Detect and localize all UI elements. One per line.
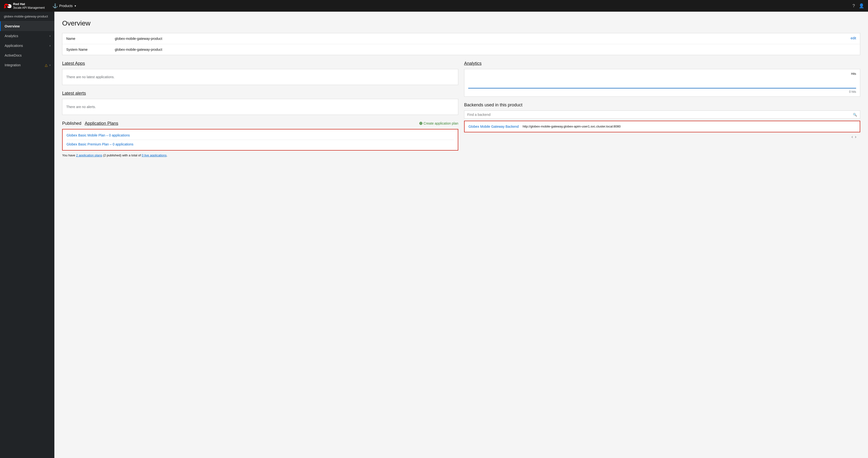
application-plans-link[interactable]: Application Plans — [85, 121, 118, 126]
products-button[interactable]: ⚓ Products ▼ — [51, 2, 79, 9]
plus-icon: ⊕ — [419, 121, 423, 126]
sidebar-item-activedocs[interactable]: ActiveDocs — [0, 51, 54, 60]
products-icon: ⚓ — [53, 3, 58, 8]
topnav-right: ? 👤 — [852, 3, 864, 8]
latest-alerts-title[interactable]: Latest alerts — [62, 91, 458, 96]
sidebar-item-applications[interactable]: Applications › — [0, 41, 54, 51]
sidebar-item-integration[interactable]: Integration △ › — [0, 60, 54, 70]
latest-apps-section: Latest Apps There are no latest applicat… — [62, 61, 458, 85]
top-navigation: Red Hat 3scale API Management ⚓ Products… — [0, 0, 868, 12]
search-button[interactable]: 🔍 — [850, 111, 860, 119]
edit-link[interactable]: edit — [850, 36, 856, 40]
plans-list: Globex Basic Mobile Plan – 0 application… — [62, 129, 458, 151]
info-row-name: Name globex-mobile-gateway-product — [62, 33, 860, 44]
redhat-logo-icon — [4, 2, 12, 10]
backends-list: Globex Mobile Gateway Backend http://glo… — [464, 121, 860, 132]
plans-header: Published Application Plans ⊕ Create app… — [62, 121, 458, 126]
main-content: Overview edit Name globex-mobile-gateway… — [54, 12, 868, 458]
content-grid: Latest Apps There are no latest applicat… — [62, 61, 860, 157]
sidebar-product-name: globex-mobile-gateway-product — [0, 12, 54, 21]
sidebar-item-overview[interactable]: Overview — [0, 21, 54, 31]
plans-footer: You have 2 application plans (2 publishe… — [62, 153, 458, 157]
published-plans-section: Published Application Plans ⊕ Create app… — [62, 121, 458, 157]
live-apps-link[interactable]: 0 live applications — [142, 153, 167, 157]
plans-count-link[interactable]: 2 application plans — [76, 153, 102, 157]
topnav-left: Red Hat 3scale API Management ⚓ Products… — [4, 2, 79, 10]
chart-area — [468, 77, 856, 89]
left-column: Latest Apps There are no latest applicat… — [62, 61, 458, 157]
next-page-button[interactable]: › — [855, 134, 856, 140]
chart-hits-value: 0 hits — [468, 90, 856, 93]
analytics-section: Analytics Hits 0 hits — [464, 61, 860, 97]
create-plan-button[interactable]: ⊕ Create application plan — [419, 121, 458, 126]
backends-search-input[interactable] — [464, 111, 850, 119]
plan-link-basic-mobile[interactable]: Globex Basic Mobile Plan – 0 application… — [66, 133, 454, 137]
analytics-chart: Hits 0 hits — [464, 69, 860, 97]
brand: Red Hat 3scale API Management — [4, 2, 45, 10]
chevron-right-icon: › — [50, 44, 51, 48]
page-title: Overview — [62, 20, 860, 27]
info-label-system-name: System Name — [66, 48, 115, 52]
info-row-system-name: System Name globex-mobile-gateway-produc… — [62, 44, 860, 55]
sidebar-item-analytics[interactable]: Analytics › — [0, 31, 54, 41]
plan-separator — [66, 140, 454, 140]
plans-title: Published Application Plans — [62, 121, 118, 126]
latest-apps-empty: There are no latest applications. — [62, 69, 458, 85]
info-label-name: Name — [66, 37, 115, 40]
brand-name: Red Hat 3scale API Management — [13, 2, 45, 9]
chart-line — [468, 88, 856, 88]
info-value-system-name: globex-mobile-gateway-product — [115, 48, 162, 52]
sidebar: globex-mobile-gateway-product Overview A… — [0, 12, 54, 458]
right-column: Analytics Hits 0 hits Backends used in t… — [464, 61, 860, 157]
prev-page-button[interactable]: ‹ — [851, 134, 853, 140]
backend-name-link[interactable]: Globex Mobile Gateway Backend — [468, 125, 519, 128]
backend-url: http://globex-mobile-gateway.globex-apim… — [523, 125, 621, 128]
chevron-down-icon: ▼ — [74, 5, 76, 7]
backends-section: Backends used in this product 🔍 Globex M… — [464, 102, 860, 141]
latest-alerts-section: Latest alerts There are no alerts. — [62, 91, 458, 115]
chevron-right-icon: › — [50, 34, 51, 38]
info-value-name: globex-mobile-gateway-product — [115, 37, 162, 40]
plan-link-basic-premium[interactable]: Globex Basic Premium Plan – 0 applicatio… — [66, 142, 454, 146]
user-icon[interactable]: 👤 — [859, 3, 864, 8]
chart-hits-label: Hits — [468, 72, 856, 75]
backends-title: Backends used in this product — [464, 102, 860, 108]
latest-apps-title[interactable]: Latest Apps — [62, 61, 458, 66]
brand-logo: Red Hat 3scale API Management — [4, 2, 45, 10]
latest-alerts-empty: There are no alerts. — [62, 99, 458, 115]
backends-pagination: ‹ › — [464, 132, 860, 141]
help-icon[interactable]: ? — [852, 3, 855, 8]
backend-item: Globex Mobile Gateway Backend http://glo… — [465, 121, 860, 132]
chevron-right-icon: › — [50, 63, 51, 67]
info-table: edit Name globex-mobile-gateway-product … — [62, 33, 860, 55]
warning-icon: △ — [45, 63, 48, 67]
backends-search-box[interactable]: 🔍 — [464, 111, 860, 119]
search-icon: 🔍 — [853, 113, 857, 117]
analytics-title[interactable]: Analytics — [464, 61, 860, 66]
